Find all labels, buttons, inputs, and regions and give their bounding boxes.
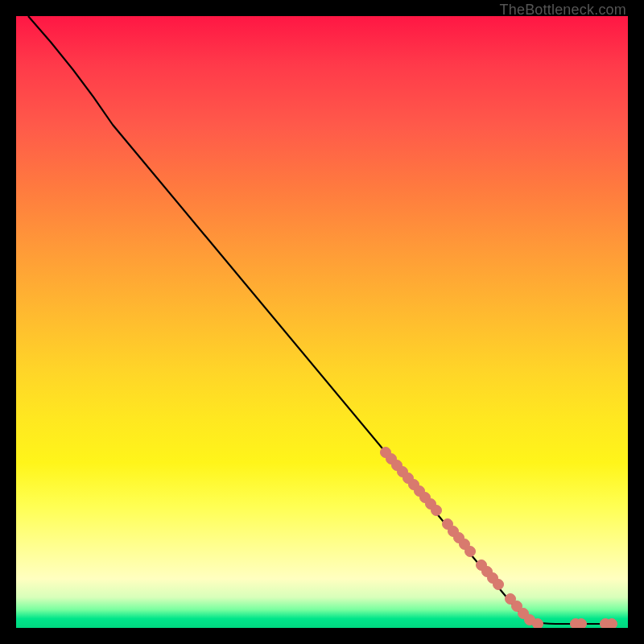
chart-gradient-background xyxy=(16,16,628,628)
chart-frame: TheBottleneck.com xyxy=(0,0,644,644)
watermark-label: TheBottleneck.com xyxy=(500,2,626,19)
